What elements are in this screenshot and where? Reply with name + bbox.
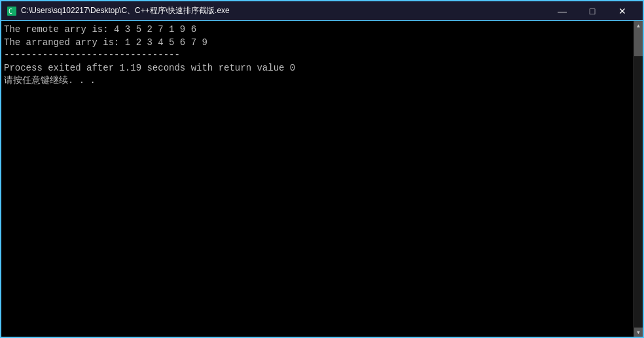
minimize-button[interactable]: — bbox=[547, 1, 577, 21]
scrollbar-up-arrow[interactable]: ▲ bbox=[634, 21, 643, 30]
svg-text:C: C bbox=[9, 8, 12, 15]
console-line: 请按任意键继续. . . bbox=[4, 75, 631, 88]
console-area: The remote arry is: 4 3 5 2 7 1 9 6The a… bbox=[1, 21, 643, 337]
console-line: Process exited after 1.19 seconds with r… bbox=[4, 62, 631, 75]
window-title: C:\Users\sq102217\Desktop\C、C++程序\快速排序截版… bbox=[21, 5, 542, 16]
console-line: The remote arry is: 4 3 5 2 7 1 9 6 bbox=[4, 24, 631, 37]
title-bar: C C:\Users\sq102217\Desktop\C、C++程序\快速排序… bbox=[1, 1, 643, 21]
scrollbar-thumb[interactable] bbox=[634, 30, 643, 56]
close-button[interactable]: ✕ bbox=[607, 1, 637, 21]
window-icon: C bbox=[7, 6, 17, 16]
console-line: -------------------------------- bbox=[4, 49, 631, 62]
maximize-button[interactable]: □ bbox=[577, 1, 607, 21]
console-line: The arranged arry is: 1 2 3 4 5 6 7 9 bbox=[4, 37, 631, 50]
window-controls: — □ ✕ bbox=[547, 1, 637, 21]
scrollbar-down-arrow[interactable]: ▼ bbox=[634, 328, 643, 337]
console-output: The remote arry is: 4 3 5 2 7 1 9 6The a… bbox=[1, 21, 634, 337]
console-window: C C:\Users\sq102217\Desktop\C、C++程序\快速排序… bbox=[0, 0, 644, 338]
scrollbar-track[interactable] bbox=[634, 30, 643, 328]
scrollbar[interactable]: ▲ ▼ bbox=[634, 21, 643, 337]
